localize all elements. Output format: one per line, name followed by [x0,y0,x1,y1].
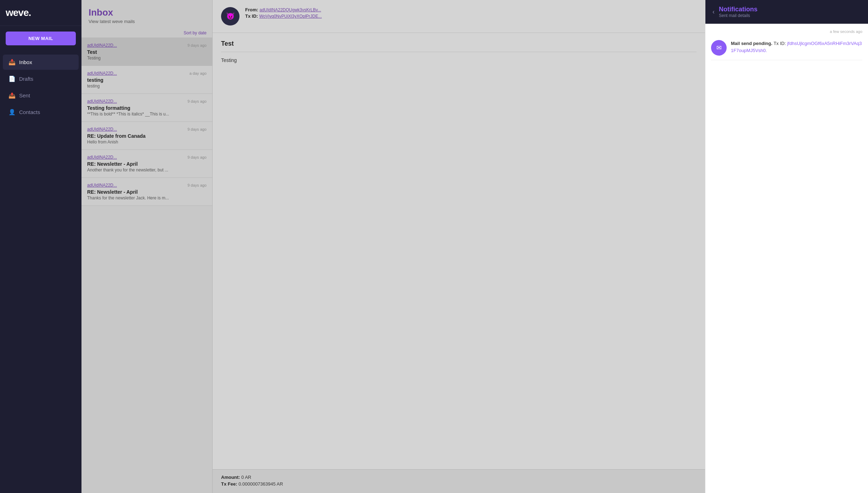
mail-preview: Another thank you for the newsletter, bu… [87,168,207,172]
sidebar-item-contacts[interactable]: 👤 Contacts [3,104,79,120]
mail-time: a day ago [190,71,207,75]
email-content: Testing [221,56,697,64]
notification-tx-label: Tx ID: [773,41,787,46]
tx-fee-row: Tx Fee: 0.0000007363945 AR [221,481,697,487]
notifications-subtitle: Sent mail details [719,13,757,18]
svg-text:😈: 😈 [226,12,235,20]
tx-label: Tx ID: [245,13,258,19]
sidebar-item-sent-label: Sent [19,92,30,98]
sidebar-item-inbox[interactable]: 📥 Inbox [3,55,79,70]
inbox-header: Inbox View latest weve mails [81,0,212,28]
inbox-subtitle: View latest weve mails [89,19,205,24]
sidebar-item-inbox-label: Inbox [19,59,32,65]
mail-preview: testing [87,84,207,89]
mail-sender: adUIdINA22D... [87,71,117,76]
logo: weve. [6,7,31,18]
new-mail-button[interactable]: NEW MAIL [6,32,76,45]
email-subject: Test [221,40,697,52]
mail-time: 9 days ago [187,183,207,187]
back-button[interactable]: ‹ [712,8,715,16]
tx-value: WoVjyq0NvPUiXl3yXOplPrJDE... [259,14,322,19]
notifications-panel: ‹ Notifications Sent mail details a few … [705,0,868,493]
sidebar: weve. NEW MAIL 📥 Inbox 📄 Drafts 📤 Sent 👤… [0,0,81,493]
mail-preview: **This is bold** *This is italics* __Thi… [87,112,207,117]
amount-label: Amount: [221,475,240,480]
mail-item[interactable]: adUIdINA22D... a day ago testing testing [81,66,212,94]
drafts-icon: 📄 [9,75,16,82]
tx-fee-value: 0.0000007363945 AR [238,481,283,487]
nav-menu: 📥 Inbox 📄 Drafts 📤 Sent 👤 Contacts [0,51,81,123]
sidebar-item-sent[interactable]: 📤 Sent [3,88,79,103]
amount-value: 0 AR [241,475,251,480]
mail-preview: Thanks for the newsletter Jack. Here is … [87,196,207,200]
mail-time: 9 days ago [187,155,207,159]
sender-avatar: 😈 [221,7,239,26]
sort-bar: Sort by date [81,28,212,38]
mail-sender: adUIdINA22D... [87,155,117,160]
sent-icon: 📤 [9,92,16,99]
email-meta: From: adUIdINA22DQUgwk3vsKrLBv... Tx ID:… [245,7,697,20]
email-from-row: From: adUIdINA22DQUgwk3vsKrLBv... [245,7,697,12]
mail-subject: RE: Newsletter - April [87,161,207,167]
mail-time: 9 days ago [187,127,207,131]
mail-item-header: adUIdINA22D... 9 days ago [87,127,207,132]
inbox-panel: Inbox View latest weve mails Sort by dat… [81,0,213,493]
mail-subject: testing [87,77,207,83]
notification-icon: ✉ [711,40,727,56]
mail-list: adUIdINA22D... 9 days ago Test Testing a… [81,38,212,493]
notification-bold-text: Mail send pending. [731,41,772,46]
mail-time: 9 days ago [187,99,207,103]
mail-subject: Test [87,49,207,55]
mail-item[interactable]: adUIdINA22D... 9 days ago Testing format… [81,94,212,122]
email-body: Test Testing [213,33,705,469]
notifications-title: Notifications [719,6,757,13]
mail-sender: adUIdINA22D... [87,183,117,188]
mail-item[interactable]: adUIdINA22D... 9 days ago RE: Update fro… [81,122,212,150]
mail-item[interactable]: adUIdINA22D... 9 days ago RE: Newsletter… [81,178,212,206]
sidebar-item-contacts-label: Contacts [19,109,40,115]
notification-text: Mail send pending. Tx ID: jfdhsUjlcgmOGf… [731,40,862,54]
mail-item-header: adUIdINA22D... a day ago [87,71,207,76]
logo-area: weve. [0,0,81,26]
notifications-title-area: Notifications Sent mail details [719,6,757,18]
sort-by-date-link[interactable]: Sort by date [184,30,207,35]
sidebar-item-drafts[interactable]: 📄 Drafts [3,71,79,86]
mail-subject: RE: Update from Canada [87,133,207,139]
mail-sender: adUIdINA22D... [87,99,117,104]
mail-item-header: adUIdINA22D... 9 days ago [87,183,207,188]
mail-sender: adUIdINA22D... [87,43,117,48]
tx-fee-label: Tx Fee: [221,481,237,487]
from-label: From: [245,7,258,12]
mail-preview: Testing [87,56,207,61]
notification-item: ✉ Mail send pending. Tx ID: jfdhsUjlcgmO… [711,36,862,60]
mail-preview: Hello from Anish [87,140,207,144]
mail-subject: RE: Newsletter - April [87,189,207,195]
email-txid-row: Tx ID: WoVjyq0NvPUiXl3yXOplPrJDE... [245,13,697,19]
mail-sender: adUIdINA22D... [87,127,117,132]
contacts-icon: 👤 [9,109,16,115]
mail-item-header: adUIdINA22D... 9 days ago [87,43,207,48]
mail-time: 9 days ago [187,43,207,47]
sidebar-item-drafts-label: Drafts [19,76,33,82]
email-footer: Amount: 0 AR Tx Fee: 0.0000007363945 AR [213,469,705,493]
email-header: 😈 From: adUIdINA22DQUgwk3vsKrLBv... Tx I… [213,0,705,33]
email-view: 😈 From: adUIdINA22DQUgwk3vsKrLBv... Tx I… [213,0,705,493]
inbox-title: Inbox [89,7,205,18]
mail-item-header: adUIdINA22D... 9 days ago [87,99,207,104]
notification-content: Mail send pending. Tx ID: jfdhsUjlcgmOGf… [731,40,862,54]
notifications-body: a few seconds ago ✉ Mail send pending. T… [705,24,868,493]
amount-row: Amount: 0 AR [221,475,697,480]
inbox-icon: 📥 [9,59,16,66]
from-value: adUIdINA22DQUgwk3vsKrLBv... [259,7,321,12]
notification-timestamp: a few seconds ago [711,29,862,34]
mail-item-header: adUIdINA22D... 9 days ago [87,155,207,160]
notifications-header: ‹ Notifications Sent mail details [705,0,868,24]
mail-subject: Testing formatting [87,105,207,111]
mail-item[interactable]: adUIdINA22D... 9 days ago RE: Newsletter… [81,150,212,178]
mail-item[interactable]: adUIdINA22D... 9 days ago Test Testing [81,38,212,66]
